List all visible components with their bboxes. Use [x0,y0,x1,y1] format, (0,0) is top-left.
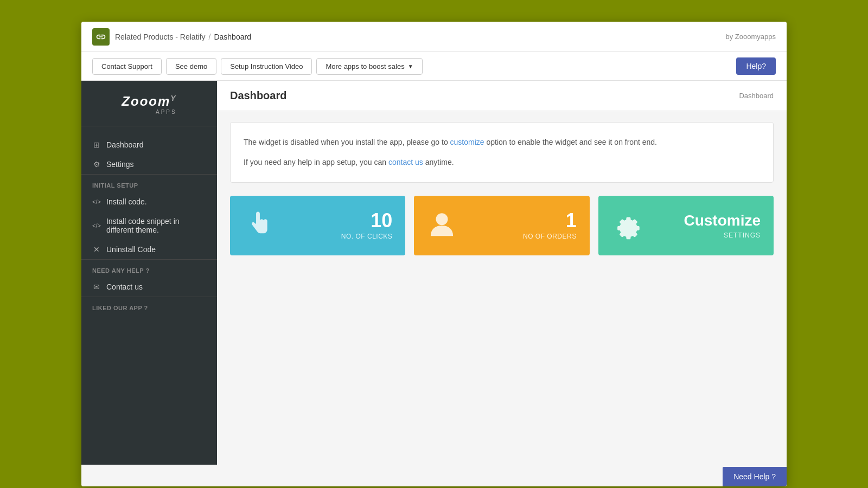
settings-icon: ⚙ [92,160,101,169]
customize-link[interactable]: customize [450,138,484,146]
breadcrumb: Related Products - Relatify / Dashboard [115,33,251,41]
customize-card[interactable]: Customize SETTINGS [598,196,774,255]
orders-number: 1 [523,211,577,230]
info-text-1: The widget is disabled when you install … [244,138,448,146]
help-button[interactable]: Help? [736,57,776,75]
need-help-title: NEED ANY HELP ? [81,259,217,277]
content-area: Dashboard Dashboard The widget is disabl… [217,81,787,465]
code-icon: </> [92,198,101,205]
sidebar-nav: ⊞ Dashboard ⚙ Settings INITIAL SETUP </>… [81,126,217,323]
sidebar-item-uninstall[interactable]: ✕ Uninstall Code [81,240,217,259]
chevron-down-icon: ▼ [408,63,413,69]
stats-row: 10 NO. OF CLICKS 1 NO OF ORDERS [217,196,787,268]
orders-label: NO OF ORDERS [523,233,577,240]
sidebar: ZooomY APPS ⊞ Dashboard ⚙ Settings INITI… [81,81,217,465]
clicks-icon [243,210,273,242]
sidebar-logo-sub: APPS [122,109,176,115]
sidebar-dashboard-label: Dashboard [106,140,144,149]
customize-label: SETTINGS [684,232,761,239]
code-snippet-icon: </> [92,222,101,229]
header-by-text: by Zooomyapps [726,33,776,41]
breadcrumb-current: Dashboard [214,33,251,41]
clicks-stat-info: 10 NO. OF CLICKS [341,211,393,240]
sidebar-item-contact-us[interactable]: ✉ Contact us [81,277,217,297]
contact-support-button[interactable]: Contact Support [92,58,162,75]
sidebar-item-dashboard[interactable]: ⊞ Dashboard [81,135,217,155]
orders-icon [427,210,457,242]
sidebar-logo-text: ZooomY [122,94,176,109]
info-box: The widget is disabled when you install … [230,122,774,183]
svg-point-0 [436,213,448,225]
sidebar-item-install-code[interactable]: </> Install code. [81,192,217,211]
contact-us-link[interactable]: contact us [388,158,423,166]
email-icon: ✉ [92,282,101,291]
setup-video-button[interactable]: Setup Instruction Video [221,58,312,75]
sidebar-settings-label: Settings [106,160,134,169]
sidebar-item-settings[interactable]: ⚙ Settings [81,155,217,174]
clicks-number: 10 [341,211,393,230]
need-help-float-button[interactable]: Need Help ? [723,467,787,486]
see-demo-button[interactable]: See demo [166,58,216,75]
initial-setup-title: INITIAL SETUP [81,174,217,192]
toolbar: Contact Support See demo Setup Instructi… [81,52,787,81]
customize-gear-icon [611,208,644,243]
app-frame: Related Products - Relatify / Dashboard … [81,22,787,486]
clicks-card[interactable]: 10 NO. OF CLICKS [230,196,405,255]
uninstall-icon: ✕ [92,245,101,254]
install-snippet-label: Install code snippet in different theme. [106,217,206,234]
install-code-label: Install code. [106,197,147,206]
more-apps-button[interactable]: More apps to boost sales ▼ [316,58,422,75]
info-text-4: anytime. [425,158,454,166]
info-paragraph-2: If you need any help in app setup, you c… [244,156,760,169]
main-layout: ZooomY APPS ⊞ Dashboard ⚙ Settings INITI… [81,81,787,465]
breadcrumb-app-name: Related Products - Relatify [115,33,206,41]
info-paragraph-1: The widget is disabled when you install … [244,136,760,149]
clicks-label: NO. OF CLICKS [341,233,393,240]
liked-app-title: LIKED OUR APP ? [81,297,217,314]
sidebar-logo: ZooomY APPS [81,81,217,126]
customize-stat-info: Customize SETTINGS [684,212,761,239]
breadcrumb-separator: / [209,33,211,41]
page-title: Dashboard [230,89,286,102]
orders-stat-info: 1 NO OF ORDERS [523,211,577,240]
content-breadcrumb: Dashboard [739,92,774,100]
orders-card[interactable]: 1 NO OF ORDERS [414,196,589,255]
app-logo-icon [92,28,110,46]
header: Related Products - Relatify / Dashboard … [81,22,787,52]
sidebar-item-install-snippet[interactable]: </> Install code snippet in different th… [81,211,217,240]
content-header: Dashboard Dashboard [217,81,787,111]
customize-title: Customize [684,212,761,229]
uninstall-label: Uninstall Code [106,245,156,254]
info-text-2: option to enable the widget and see it o… [487,138,657,146]
contact-us-label: Contact us [106,282,143,291]
dashboard-icon: ⊞ [92,140,101,149]
info-text-3: If you need any help in app setup, you c… [244,158,386,166]
